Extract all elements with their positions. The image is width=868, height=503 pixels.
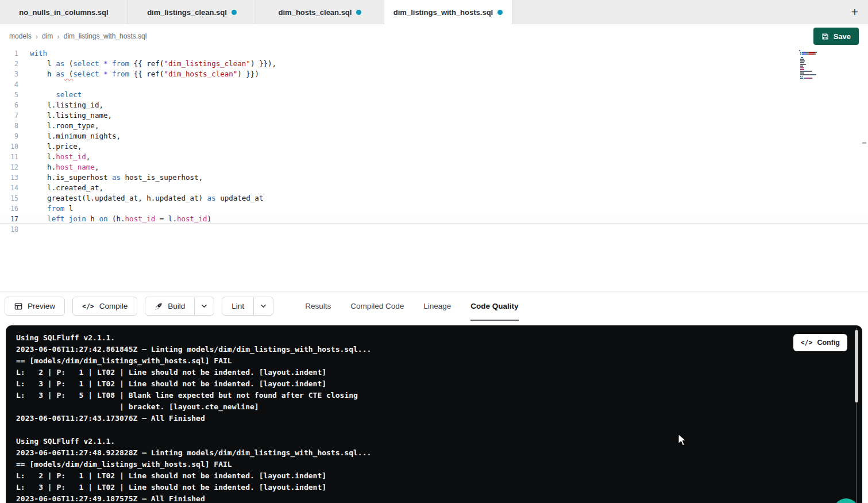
tab-label: dim_listings_clean.sql xyxy=(147,8,227,17)
line-number: 5 xyxy=(0,90,18,100)
code-line-13[interactable]: 13 h.is_superhost as host_is_superhost, xyxy=(0,172,868,183)
terminal-line: 2023-06-06T11:27:43.173076Z — All Finish… xyxy=(16,413,839,424)
line-number: 7 xyxy=(0,110,18,121)
breadcrumb-separator-icon: › xyxy=(36,32,38,41)
code-line-4[interactable]: 4 xyxy=(0,79,868,90)
terminal-scrollbar-thumb[interactable] xyxy=(855,330,858,402)
terminal-line: 2023-06-06T11:27:42.861845Z — Linting mo… xyxy=(16,344,839,355)
code-icon: </> xyxy=(82,302,94,310)
code-line-2[interactable]: 2 l as (select * from {{ ref("dim_listin… xyxy=(0,59,868,69)
editor-tab[interactable]: no_nulls_in_columns.sql xyxy=(0,0,128,24)
save-icon xyxy=(821,33,829,40)
minimap[interactable] xyxy=(799,50,842,81)
lint-label: Lint xyxy=(232,302,244,310)
terminal-panel[interactable]: Using SQLFluff v2.1.1.2023-06-06T11:27:4… xyxy=(6,325,862,503)
terminal-output: Using SQLFluff v2.1.1.2023-06-06T11:27:4… xyxy=(6,325,862,503)
terminal-line: 2023-06-06T11:27:49.187575Z — All Finish… xyxy=(16,493,839,503)
code-line-11[interactable]: 11 l.host_id, xyxy=(0,152,868,162)
build-button[interactable]: Build xyxy=(145,297,195,316)
breadcrumb-item[interactable]: dim_listings_with_hosts.sql xyxy=(64,32,147,40)
code-editor[interactable]: 1with2 l as (select * from {{ ref("dim_l… xyxy=(0,48,868,291)
line-number: 4 xyxy=(0,79,18,90)
line-number: 1 xyxy=(0,48,18,59)
rocket-icon xyxy=(155,302,163,310)
terminal-line: Using SQLFluff v2.1.1. xyxy=(16,332,839,344)
code-text: l.listing_name, xyxy=(18,110,112,121)
compile-button[interactable]: </> Compile xyxy=(72,297,137,316)
breadcrumb-item[interactable]: models xyxy=(9,32,32,40)
editor-tab[interactable]: dim_listings_with_hosts.sql xyxy=(384,0,512,24)
overview-ruler-mark xyxy=(862,142,866,144)
config-label: Config xyxy=(817,339,840,347)
code-text: left join h on (h.host_id = l.host_id) xyxy=(18,214,211,224)
chevron-down-icon xyxy=(260,304,267,308)
result-tab-results[interactable]: Results xyxy=(305,291,331,321)
code-text: l.minimum_nights, xyxy=(18,131,121,141)
result-tab-compiled-code[interactable]: Compiled Code xyxy=(350,291,404,321)
code-line-16[interactable]: 16 from l xyxy=(0,203,868,214)
code-icon: </> xyxy=(801,339,813,347)
terminal-line: == [models/dim/dim_listings_with_hosts.s… xyxy=(16,355,839,367)
terminal-line: L: 2 | P: 1 | LT02 | Line should not be … xyxy=(16,367,839,378)
preview-label: Preview xyxy=(28,302,55,310)
code-line-12[interactable]: 12 h.host_name, xyxy=(0,162,868,172)
result-tabs: ResultsCompiled CodeLineageCode Quality xyxy=(305,291,518,321)
terminal-line xyxy=(16,424,839,436)
code-line-8[interactable]: 8 l.room_type, xyxy=(0,121,868,131)
code-line-5[interactable]: 5 select xyxy=(0,90,868,100)
line-number: 17 xyxy=(0,214,18,224)
code-line-7[interactable]: 7 l.listing_name, xyxy=(0,110,868,121)
terminal-line: | bracket. [layout.cte_newline] xyxy=(16,401,839,413)
line-number: 18 xyxy=(0,224,18,235)
editor-tab[interactable]: dim_hosts_clean.sql xyxy=(256,0,384,24)
line-number: 11 xyxy=(0,152,18,162)
path-bar: models›dim›dim_listings_with_hosts.sql S… xyxy=(0,24,868,48)
code-line-17[interactable]: 17 left join h on (h.host_id = l.host_id… xyxy=(0,214,868,224)
code-line-6[interactable]: 6 l.listing_id, xyxy=(0,100,868,110)
breadcrumb-item[interactable]: dim xyxy=(42,32,53,40)
code-text: h as (select * from {{ ref("dim_hosts_cl… xyxy=(18,69,259,79)
new-tab-button[interactable]: + xyxy=(842,0,868,24)
build-dropdown-button[interactable] xyxy=(195,297,214,316)
tab-label: dim_hosts_clean.sql xyxy=(279,8,352,17)
lint-dropdown-button[interactable] xyxy=(254,297,273,316)
build-split-button: Build xyxy=(145,297,214,316)
line-number: 16 xyxy=(0,203,18,214)
code-line-14[interactable]: 14 l.created_at, xyxy=(0,183,868,193)
code-text: select xyxy=(18,90,82,100)
code-line-1[interactable]: 1with xyxy=(0,48,868,59)
line-number: 2 xyxy=(0,59,18,69)
code-text: l.host_id, xyxy=(18,152,90,162)
code-line-10[interactable]: 10 l.price, xyxy=(0,141,868,152)
code-text: from l xyxy=(18,203,73,214)
build-label: Build xyxy=(168,302,185,310)
code-text: l as (select * from {{ ref("dim_listings… xyxy=(18,59,276,69)
config-button[interactable]: </> Config xyxy=(793,334,847,351)
code-line-3[interactable]: 3 h as (select * from {{ ref("dim_hosts_… xyxy=(0,69,868,79)
line-number: 14 xyxy=(0,183,18,193)
chevron-down-icon xyxy=(201,304,207,308)
code-text: l.created_at, xyxy=(18,183,103,193)
line-number: 8 xyxy=(0,121,18,131)
result-tab-code-quality[interactable]: Code Quality xyxy=(470,291,518,321)
line-number: 15 xyxy=(0,193,18,203)
line-number: 10 xyxy=(0,141,18,152)
tab-label: no_nulls_in_columns.sql xyxy=(19,8,108,17)
save-button[interactable]: Save xyxy=(813,28,859,45)
editor-tab[interactable]: dim_listings_clean.sql xyxy=(128,0,256,24)
terminal-line: L: 2 | P: 1 | LT02 | Line should not be … xyxy=(16,470,839,482)
lint-button[interactable]: Lint xyxy=(222,297,254,316)
preview-button[interactable]: Preview xyxy=(5,297,65,316)
code-text xyxy=(18,79,30,90)
unsaved-dot-icon xyxy=(497,10,503,15)
preview-grid-icon xyxy=(14,302,22,310)
code-text: l.room_type, xyxy=(18,121,99,131)
code-line-15[interactable]: 15 greatest(l.updated_at, h.updated_at) … xyxy=(0,193,868,203)
code-line-18[interactable]: 18 xyxy=(0,224,868,235)
result-tab-lineage[interactable]: Lineage xyxy=(423,291,451,321)
breadcrumb-separator-icon: › xyxy=(57,32,59,41)
code-text: l.listing_id, xyxy=(18,100,103,110)
code-line-9[interactable]: 9 l.minimum_nights, xyxy=(0,131,868,141)
line-number: 3 xyxy=(0,69,18,79)
unsaved-dot-icon xyxy=(356,10,361,15)
